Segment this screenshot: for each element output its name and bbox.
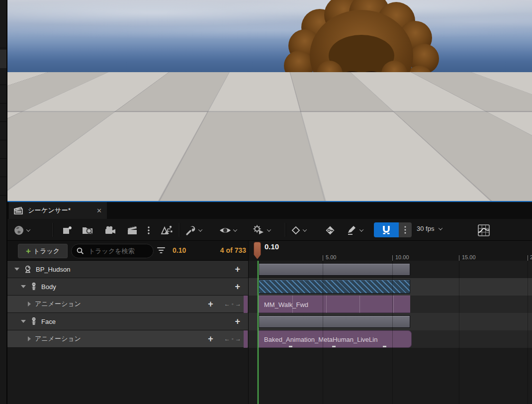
fps-selector[interactable]: 30 fps <box>417 225 442 232</box>
clapperboard-render-icon <box>127 225 139 236</box>
timeline-row-body[interactable] <box>249 278 532 296</box>
playback-options-button[interactable] <box>253 225 270 236</box>
create-camera-button[interactable] <box>104 225 116 236</box>
group-section-bar[interactable] <box>259 263 410 276</box>
chevron-down-icon <box>267 227 271 231</box>
plus-icon: + <box>26 247 31 255</box>
expander-right-icon[interactable] <box>28 336 31 341</box>
toolbar-separator <box>179 223 179 237</box>
playhead-marker[interactable] <box>254 242 261 259</box>
clip-marker <box>383 346 386 347</box>
ruler-tick-label: 10.00 <box>395 254 409 260</box>
world-outliner-button[interactable] <box>13 225 30 236</box>
viewport-3d[interactable]: Z X Y <box>7 0 532 201</box>
keyframe-nav[interactable]: ← ◦ → <box>224 301 241 307</box>
create-asset-button[interactable] <box>62 225 73 236</box>
dock-strip-highlight-row <box>0 50 6 68</box>
tab-close-icon[interactable]: ✕ <box>96 207 102 214</box>
curve-editor-button[interactable] <box>477 225 490 236</box>
globe-icon <box>13 224 25 236</box>
sequence-tools-button[interactable] <box>185 225 202 236</box>
keyframe-diamond-icon <box>290 225 301 236</box>
timeline-row-body-animation[interactable]: MM_Walk_Fwd <box>249 296 532 313</box>
add-section-button[interactable]: + <box>235 282 240 291</box>
chevron-down-icon <box>198 227 202 231</box>
animation-clip-baked[interactable]: Baked_Animation_MetaHuman_LiveLin <box>259 330 412 348</box>
track-color-strip <box>244 296 248 313</box>
tree-row-body[interactable]: Body + <box>7 278 248 296</box>
chevron-down-icon <box>233 227 237 231</box>
prev-key-icon[interactable]: ← <box>224 335 230 342</box>
filter-icon[interactable] <box>157 247 166 254</box>
tree-row-face[interactable]: Face + <box>7 313 248 330</box>
add-animation-button[interactable]: + <box>208 300 213 308</box>
add-section-button[interactable]: + <box>235 317 240 326</box>
clapperboard-icon <box>14 206 24 214</box>
vertical-dots-icon <box>147 225 151 236</box>
actor-binding-button[interactable] <box>160 225 173 236</box>
metahuman-character[interactable] <box>7 0 532 201</box>
track-search[interactable] <box>71 244 154 258</box>
tab-sequencer[interactable]: シーケンサー* ✕ <box>9 202 107 219</box>
expander-down-icon[interactable] <box>21 285 26 288</box>
tree-row-bp-hudson[interactable]: BP_Hudson + <box>7 261 248 278</box>
prev-key-icon[interactable]: ← <box>224 301 230 307</box>
add-key-icon[interactable]: ◦ <box>232 301 234 307</box>
toolbar-options-button[interactable] <box>147 225 151 236</box>
body-section-bar[interactable] <box>259 280 410 294</box>
view-options-button[interactable] <box>219 225 237 236</box>
track-search-input[interactable] <box>88 247 145 255</box>
expander-down-icon[interactable] <box>21 320 26 323</box>
add-animation-button[interactable]: + <box>208 334 213 343</box>
timeline-gridline <box>323 261 323 404</box>
curve-editor-icon <box>477 224 490 237</box>
left-dock-strip[interactable] <box>0 0 7 404</box>
loop-divider <box>292 296 293 313</box>
track-label: BP_Hudson <box>36 266 70 273</box>
group-section-bar[interactable] <box>259 315 410 328</box>
ruler-tick <box>528 255 528 261</box>
skeleton-icon <box>30 282 38 291</box>
track-label: Face <box>41 318 56 325</box>
render-movie-button[interactable] <box>127 225 139 236</box>
keyframe-options-button[interactable] <box>290 225 306 236</box>
axis-y-label: Y <box>36 180 41 188</box>
add-section-button[interactable]: + <box>235 265 240 274</box>
auto-key-button[interactable] <box>324 225 336 236</box>
track-label: アニメーション <box>35 334 81 343</box>
animation-clip-walk[interactable]: MM_Walk_Fwd <box>259 296 410 313</box>
playhead-line[interactable] <box>258 261 259 404</box>
timeline-ruler[interactable]: 5.00 10.00 15.00 2 0.10 <box>248 241 532 261</box>
vertical-dots-icon <box>404 225 407 234</box>
tree-row-body-animation[interactable]: アニメーション + ← ◦ → <box>7 296 248 313</box>
edit-mode-button[interactable] <box>346 225 363 236</box>
snap-toggle-button[interactable] <box>374 222 399 237</box>
keyframe-nav[interactable]: ← ◦ → <box>224 335 241 342</box>
current-time-field[interactable]: 0.10 <box>173 246 196 254</box>
snap-control[interactable] <box>374 222 412 237</box>
chevron-down-icon <box>303 227 307 231</box>
timeline-gridline <box>392 261 393 404</box>
loop-divider <box>393 296 394 313</box>
playhead-time-label: 0.10 <box>265 242 279 251</box>
expander-right-icon[interactable] <box>28 302 31 306</box>
toolbar-separator <box>53 223 53 237</box>
next-key-icon[interactable]: → <box>235 335 241 342</box>
timeline-row-bp-hudson[interactable] <box>249 261 532 278</box>
timeline-row-face[interactable] <box>249 313 532 330</box>
timeline-row-face-animation[interactable]: Baked_Animation_MetaHuman_LiveLin <box>249 330 532 348</box>
timeline-track-area[interactable]: MM_Walk_Fwd Baked_Animation_MetaHuman_Li… <box>248 261 532 404</box>
add-key-icon[interactable]: ◦ <box>232 335 234 342</box>
ruler-tick <box>392 255 393 261</box>
ruler-tick-label: 2 <box>530 254 532 260</box>
ruler-tick <box>459 255 459 261</box>
tree-row-face-animation[interactable]: アニメーション + ← ◦ → <box>7 330 248 348</box>
chevron-down-icon <box>359 227 363 231</box>
add-track-button[interactable]: + トラック <box>18 244 68 258</box>
track-label: Body <box>41 283 56 291</box>
snap-options-button[interactable] <box>399 222 412 237</box>
clip-marker <box>289 346 292 347</box>
next-key-icon[interactable]: → <box>235 301 241 307</box>
browse-asset-button[interactable] <box>82 225 94 236</box>
expander-down-icon[interactable] <box>14 268 19 271</box>
